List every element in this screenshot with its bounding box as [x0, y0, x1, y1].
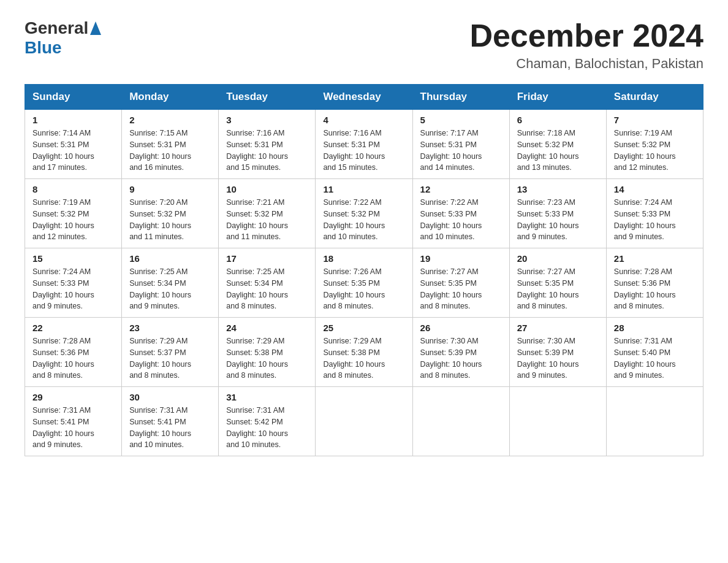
day-number: 14	[614, 184, 696, 194]
col-friday: Friday	[509, 85, 606, 110]
day-info: Sunrise: 7:28 AMSunset: 5:36 PMDaylight:…	[32, 335, 114, 381]
day-number: 17	[226, 253, 308, 264]
calendar-cell: 15Sunrise: 7:24 AMSunset: 5:33 PMDayligh…	[25, 248, 122, 318]
day-info: Sunrise: 7:26 AMSunset: 5:35 PMDaylight:…	[323, 266, 404, 312]
day-number: 29	[32, 392, 114, 402]
day-number: 13	[517, 184, 599, 194]
calendar-cell: 17Sunrise: 7:25 AMSunset: 5:34 PMDayligh…	[219, 248, 316, 318]
calendar-cell: 31Sunrise: 7:31 AMSunset: 5:42 PMDayligh…	[219, 387, 316, 456]
calendar-cell	[606, 387, 703, 456]
title-block: December 2024 Chaman, Balochistan, Pakis…	[469, 18, 703, 72]
day-number: 21	[614, 253, 696, 264]
calendar-cell: 23Sunrise: 7:29 AMSunset: 5:37 PMDayligh…	[122, 318, 219, 387]
day-number: 5	[420, 115, 502, 125]
calendar-week-row: 8Sunrise: 7:19 AMSunset: 5:32 PMDaylight…	[25, 179, 703, 248]
day-info: Sunrise: 7:31 AMSunset: 5:40 PMDaylight:…	[614, 335, 696, 381]
calendar-cell: 10Sunrise: 7:21 AMSunset: 5:32 PMDayligh…	[219, 179, 316, 248]
calendar-cell: 18Sunrise: 7:26 AMSunset: 5:35 PMDayligh…	[316, 248, 412, 318]
calendar-cell: 24Sunrise: 7:29 AMSunset: 5:38 PMDayligh…	[219, 318, 316, 387]
day-info: Sunrise: 7:30 AMSunset: 5:39 PMDaylight:…	[517, 335, 599, 381]
day-info: Sunrise: 7:19 AMSunset: 5:32 PMDaylight:…	[32, 197, 114, 243]
day-number: 8	[32, 184, 114, 194]
day-info: Sunrise: 7:19 AMSunset: 5:32 PMDaylight:…	[614, 128, 696, 174]
day-info: Sunrise: 7:29 AMSunset: 5:37 PMDaylight:…	[129, 335, 211, 381]
day-number: 27	[517, 323, 599, 333]
day-number: 31	[226, 392, 308, 402]
day-number: 10	[226, 184, 308, 194]
calendar-cell: 8Sunrise: 7:19 AMSunset: 5:32 PMDaylight…	[25, 179, 122, 248]
day-number: 4	[323, 115, 404, 125]
logo-triangle-icon	[90, 21, 101, 35]
day-info: Sunrise: 7:18 AMSunset: 5:32 PMDaylight:…	[517, 128, 599, 174]
location-subtitle: Chaman, Balochistan, Pakistan	[469, 56, 703, 72]
calendar-cell	[509, 387, 606, 456]
day-number: 24	[226, 323, 308, 333]
calendar-week-row: 1Sunrise: 7:14 AMSunset: 5:31 PMDaylight…	[25, 110, 703, 179]
day-number: 11	[323, 184, 404, 194]
calendar-cell: 3Sunrise: 7:16 AMSunset: 5:31 PMDaylight…	[219, 110, 316, 179]
col-wednesday: Wednesday	[316, 85, 412, 110]
col-monday: Monday	[122, 85, 219, 110]
day-info: Sunrise: 7:15 AMSunset: 5:31 PMDaylight:…	[129, 128, 211, 174]
calendar-cell: 7Sunrise: 7:19 AMSunset: 5:32 PMDaylight…	[606, 110, 703, 179]
calendar-cell: 19Sunrise: 7:27 AMSunset: 5:35 PMDayligh…	[412, 248, 509, 318]
calendar-cell	[316, 387, 412, 456]
col-saturday: Saturday	[606, 85, 703, 110]
calendar-table: Sunday Monday Tuesday Wednesday Thursday…	[25, 84, 703, 456]
calendar-cell: 14Sunrise: 7:24 AMSunset: 5:33 PMDayligh…	[606, 179, 703, 248]
day-info: Sunrise: 7:30 AMSunset: 5:39 PMDaylight:…	[420, 335, 502, 381]
day-info: Sunrise: 7:28 AMSunset: 5:36 PMDaylight:…	[614, 266, 696, 312]
day-info: Sunrise: 7:27 AMSunset: 5:35 PMDaylight:…	[517, 266, 599, 312]
day-number: 26	[420, 323, 502, 333]
calendar-week-row: 22Sunrise: 7:28 AMSunset: 5:36 PMDayligh…	[25, 318, 703, 387]
day-info: Sunrise: 7:20 AMSunset: 5:32 PMDaylight:…	[129, 197, 211, 243]
day-number: 2	[129, 115, 211, 125]
logo: General Blue	[25, 18, 101, 58]
day-info: Sunrise: 7:31 AMSunset: 5:41 PMDaylight:…	[129, 405, 211, 451]
day-info: Sunrise: 7:16 AMSunset: 5:31 PMDaylight:…	[323, 128, 404, 174]
day-number: 1	[32, 115, 114, 125]
col-tuesday: Tuesday	[219, 85, 316, 110]
col-sunday: Sunday	[25, 85, 122, 110]
day-number: 25	[323, 323, 404, 333]
day-info: Sunrise: 7:29 AMSunset: 5:38 PMDaylight:…	[226, 335, 308, 381]
day-number: 3	[226, 115, 308, 125]
day-number: 19	[420, 253, 502, 264]
calendar-cell: 11Sunrise: 7:22 AMSunset: 5:32 PMDayligh…	[316, 179, 412, 248]
day-info: Sunrise: 7:16 AMSunset: 5:31 PMDaylight:…	[226, 128, 308, 174]
day-number: 15	[32, 253, 114, 264]
day-info: Sunrise: 7:24 AMSunset: 5:33 PMDaylight:…	[32, 266, 114, 312]
page-header: General Blue December 2024 Chaman, Baloc…	[25, 18, 703, 72]
day-number: 22	[32, 323, 114, 333]
calendar-cell: 16Sunrise: 7:25 AMSunset: 5:34 PMDayligh…	[122, 248, 219, 318]
calendar-cell: 1Sunrise: 7:14 AMSunset: 5:31 PMDaylight…	[25, 110, 122, 179]
calendar-week-row: 29Sunrise: 7:31 AMSunset: 5:41 PMDayligh…	[25, 387, 703, 456]
day-number: 28	[614, 323, 696, 333]
day-number: 20	[517, 253, 599, 264]
day-number: 18	[323, 253, 404, 264]
calendar-cell: 12Sunrise: 7:22 AMSunset: 5:33 PMDayligh…	[412, 179, 509, 248]
calendar-cell: 28Sunrise: 7:31 AMSunset: 5:40 PMDayligh…	[606, 318, 703, 387]
col-thursday: Thursday	[412, 85, 509, 110]
calendar-header-row: Sunday Monday Tuesday Wednesday Thursday…	[25, 85, 703, 110]
day-info: Sunrise: 7:14 AMSunset: 5:31 PMDaylight:…	[32, 128, 114, 174]
day-number: 9	[129, 184, 211, 194]
day-number: 6	[517, 115, 599, 125]
day-info: Sunrise: 7:22 AMSunset: 5:32 PMDaylight:…	[323, 197, 404, 243]
day-info: Sunrise: 7:24 AMSunset: 5:33 PMDaylight:…	[614, 197, 696, 243]
calendar-cell: 27Sunrise: 7:30 AMSunset: 5:39 PMDayligh…	[509, 318, 606, 387]
calendar-week-row: 15Sunrise: 7:24 AMSunset: 5:33 PMDayligh…	[25, 248, 703, 318]
calendar-cell: 2Sunrise: 7:15 AMSunset: 5:31 PMDaylight…	[122, 110, 219, 179]
day-number: 23	[129, 323, 211, 333]
calendar-cell: 4Sunrise: 7:16 AMSunset: 5:31 PMDaylight…	[316, 110, 412, 179]
day-info: Sunrise: 7:17 AMSunset: 5:31 PMDaylight:…	[420, 128, 502, 174]
calendar-cell: 29Sunrise: 7:31 AMSunset: 5:41 PMDayligh…	[25, 387, 122, 456]
day-info: Sunrise: 7:23 AMSunset: 5:33 PMDaylight:…	[517, 197, 599, 243]
logo-text-blue: Blue	[25, 38, 62, 58]
day-info: Sunrise: 7:31 AMSunset: 5:41 PMDaylight:…	[32, 405, 114, 451]
calendar-cell: 20Sunrise: 7:27 AMSunset: 5:35 PMDayligh…	[509, 248, 606, 318]
day-number: 12	[420, 184, 502, 194]
calendar-cell: 9Sunrise: 7:20 AMSunset: 5:32 PMDaylight…	[122, 179, 219, 248]
day-info: Sunrise: 7:31 AMSunset: 5:42 PMDaylight:…	[226, 405, 308, 451]
calendar-cell: 6Sunrise: 7:18 AMSunset: 5:32 PMDaylight…	[509, 110, 606, 179]
